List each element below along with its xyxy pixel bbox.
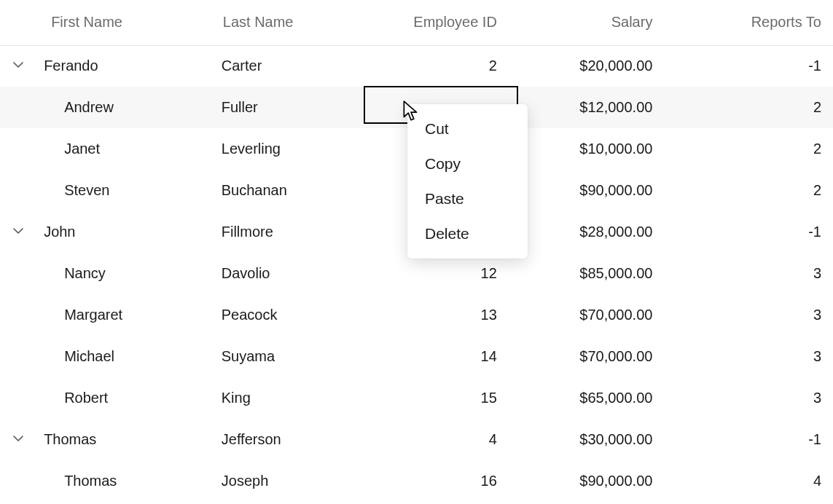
cell-salary[interactable]: $65,000.00 xyxy=(519,377,676,419)
cell-last-name[interactable]: Fuller xyxy=(216,87,362,128)
cell-reports-to[interactable]: 3 xyxy=(676,253,833,294)
header-row: First Name Last Name Employee ID Salary … xyxy=(0,0,833,45)
expand-toggle xyxy=(0,253,36,294)
table-row[interactable]: MargaretPeacock13$70,000.003 xyxy=(0,294,833,336)
header-reports-to[interactable]: Reports To xyxy=(676,0,833,45)
cell-salary[interactable]: $90,000.00 xyxy=(519,460,676,502)
cell-last-name[interactable]: Leverling xyxy=(216,128,362,170)
cell-employee-id[interactable]: 4 xyxy=(361,419,519,460)
cell-reports-to[interactable]: -1 xyxy=(676,211,833,253)
cell-first-name[interactable]: Robert xyxy=(36,377,216,419)
cell-reports-to[interactable]: -1 xyxy=(676,45,833,87)
menu-item-paste[interactable]: Paste xyxy=(407,181,528,216)
cell-first-name[interactable]: Ferando xyxy=(36,45,216,87)
chevron-down-icon xyxy=(12,431,25,447)
expand-toggle xyxy=(0,294,36,336)
cell-first-name[interactable]: Michael xyxy=(36,336,216,377)
cell-employee-id[interactable]: 16 xyxy=(361,460,519,502)
cell-last-name[interactable]: Suyama xyxy=(216,336,362,377)
cell-last-name[interactable]: Peacock xyxy=(216,294,362,336)
expand-toggle[interactable] xyxy=(0,211,36,253)
cell-employee-id[interactable]: 15 xyxy=(361,377,519,419)
header-first-name[interactable]: First Name xyxy=(36,0,216,45)
expand-toggle xyxy=(0,377,36,419)
cell-employee-id[interactable]: 2 xyxy=(361,45,519,87)
expand-toggle[interactable] xyxy=(0,45,36,87)
table-row[interactable]: MichaelSuyama14$70,000.003 xyxy=(0,336,833,377)
expand-toggle xyxy=(0,128,36,170)
cell-first-name[interactable]: John xyxy=(36,211,216,253)
cell-reports-to[interactable]: 2 xyxy=(676,170,833,211)
cell-reports-to[interactable]: -1 xyxy=(676,419,833,460)
cell-first-name[interactable]: Andrew xyxy=(36,87,216,128)
cell-salary[interactable]: $10,000.00 xyxy=(519,128,676,170)
cell-salary[interactable]: $85,000.00 xyxy=(519,253,676,294)
cell-salary[interactable]: $70,000.00 xyxy=(519,336,676,377)
header-employee-id[interactable]: Employee ID xyxy=(361,0,519,45)
cell-salary[interactable]: $70,000.00 xyxy=(519,294,676,336)
menu-item-cut[interactable]: Cut xyxy=(407,111,528,146)
cell-reports-to[interactable]: 2 xyxy=(676,87,833,128)
cell-last-name[interactable]: Joseph xyxy=(216,460,362,502)
cell-salary[interactable]: $28,000.00 xyxy=(519,211,676,253)
expand-toggle xyxy=(0,170,36,211)
cell-first-name[interactable]: Janet xyxy=(36,128,216,170)
header-last-name[interactable]: Last Name xyxy=(216,0,362,45)
cell-last-name[interactable]: King xyxy=(216,377,362,419)
header-salary[interactable]: Salary xyxy=(519,0,676,45)
table-row[interactable]: NancyDavolio12$85,000.003 xyxy=(0,253,833,294)
cell-employee-id[interactable]: 14 xyxy=(361,336,519,377)
menu-item-copy[interactable]: Copy xyxy=(407,146,528,181)
cell-reports-to[interactable]: 4 xyxy=(676,460,833,502)
cell-last-name[interactable]: Carter xyxy=(216,45,362,87)
cell-last-name[interactable]: Jefferson xyxy=(216,419,362,460)
table-row[interactable]: ThomasJoseph16$90,000.004 xyxy=(0,460,833,502)
cell-employee-id[interactable]: 13 xyxy=(361,294,519,336)
menu-item-delete[interactable]: Delete xyxy=(407,216,528,251)
expand-toggle xyxy=(0,460,36,502)
cell-first-name[interactable]: Margaret xyxy=(36,294,216,336)
cell-first-name[interactable]: Thomas xyxy=(36,460,216,502)
cell-last-name[interactable]: Davolio xyxy=(216,253,362,294)
cell-reports-to[interactable]: 3 xyxy=(676,294,833,336)
cell-salary[interactable]: $12,000.00 xyxy=(519,87,676,128)
expand-toggle xyxy=(0,87,36,128)
expand-toggle xyxy=(0,336,36,377)
cell-first-name[interactable]: Steven xyxy=(36,170,216,211)
cell-reports-to[interactable]: 2 xyxy=(676,128,833,170)
cell-salary[interactable]: $20,000.00 xyxy=(519,45,676,87)
cell-salary[interactable]: $30,000.00 xyxy=(519,419,676,460)
context-menu[interactable]: Cut Copy Paste Delete xyxy=(407,104,528,259)
cell-employee-id[interactable]: 12 xyxy=(361,253,519,294)
expand-toggle[interactable] xyxy=(0,419,36,460)
cell-first-name[interactable]: Nancy xyxy=(36,253,216,294)
table-row[interactable]: RobertKing15$65,000.003 xyxy=(0,377,833,419)
table-row[interactable]: ThomasJefferson4$30,000.00-1 xyxy=(0,419,833,460)
table-row[interactable]: FerandoCarter2$20,000.00-1 xyxy=(0,45,833,87)
cell-last-name[interactable]: Buchanan xyxy=(216,170,362,211)
cell-reports-to[interactable]: 3 xyxy=(676,377,833,419)
chevron-down-icon xyxy=(12,58,25,74)
header-expand xyxy=(0,0,36,45)
cell-first-name[interactable]: Thomas xyxy=(36,419,216,460)
chevron-down-icon xyxy=(12,224,25,240)
cell-last-name[interactable]: Fillmore xyxy=(216,211,362,253)
cell-reports-to[interactable]: 3 xyxy=(676,336,833,377)
cell-salary[interactable]: $90,000.00 xyxy=(519,170,676,211)
